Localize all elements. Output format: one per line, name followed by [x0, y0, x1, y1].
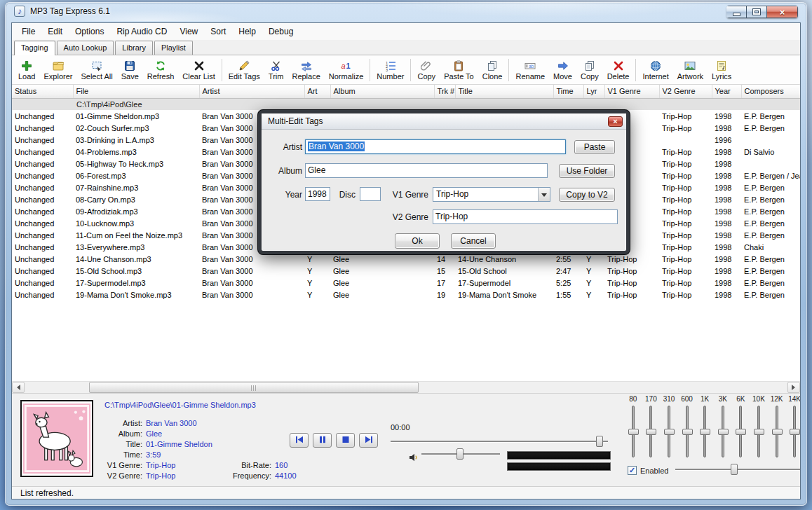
title-bar[interactable]: ♪ MP3 Tag Express 6.1 × [5, 2, 807, 20]
toolbar-button-save[interactable]: Save [117, 57, 143, 83]
toolbar-button-explorer[interactable]: Explorer [39, 57, 76, 83]
toolbar-button-delete[interactable]: Delete [603, 57, 634, 83]
eq-slider[interactable] [632, 406, 635, 457]
eq-slider[interactable] [757, 406, 760, 457]
previous-button[interactable] [290, 433, 309, 448]
eq-slider[interactable] [793, 406, 796, 457]
eq-slider-thumb[interactable] [628, 429, 639, 435]
column-header-trk[interactable]: Trk # [434, 85, 455, 98]
menu-item-edit[interactable]: Edit [41, 24, 69, 39]
menu-item-help[interactable]: Help [232, 24, 262, 39]
toolbar-button-paste-to[interactable]: Paste To [440, 57, 478, 83]
playback-position-thumb[interactable] [596, 436, 603, 447]
copy-to-v2-button[interactable]: Copy to V2 [559, 188, 615, 202]
column-header-composers[interactable]: Composers [741, 85, 800, 98]
table-row[interactable]: Unchanged19-Mama Don't Smoke.mp3Bran Van… [12, 289, 800, 301]
table-row[interactable]: Unchanged14-Une Chanson.mp3Bran Van 3000… [12, 253, 800, 265]
dialog-close-button[interactable]: × [608, 116, 623, 127]
group-row[interactable]: C:\Tmp\4iPod\Glee [12, 98, 800, 110]
close-button[interactable]: × [766, 6, 798, 18]
minimize-button[interactable] [726, 6, 747, 18]
toolbar-button-lyrics[interactable]: Lyrics [708, 57, 736, 83]
toolbar-button-artwork[interactable]: Artwork [673, 57, 708, 83]
volume-thumb[interactable] [456, 448, 463, 460]
column-header-lyr[interactable]: Lyr [583, 85, 604, 98]
eq-slider-thumb[interactable] [790, 429, 800, 435]
menu-item-view[interactable]: View [173, 24, 204, 39]
eq-slider[interactable] [686, 406, 689, 457]
toolbar-button-clone[interactable]: Clone [478, 57, 507, 83]
eq-slider[interactable] [668, 406, 670, 457]
eq-slider-thumb[interactable] [754, 429, 764, 435]
eq-slider-thumb[interactable] [646, 429, 656, 435]
toolbar-button-number[interactable]: 123Number [372, 57, 408, 83]
tab-tagging[interactable]: Tagging [14, 41, 55, 55]
ok-button[interactable]: Ok [395, 233, 440, 249]
column-header-v1-genre[interactable]: V1 Genre [604, 85, 659, 98]
scroll-right-button[interactable] [787, 382, 800, 393]
toolbar-button-rename[interactable]: abRename [511, 57, 549, 83]
toolbar-button-trim[interactable]: Trim [264, 57, 288, 83]
column-header-artist[interactable]: Artist [199, 85, 304, 98]
artist-input[interactable]: Bran Van 3000 [305, 139, 566, 154]
tab-playlist[interactable]: Playlist [154, 41, 193, 55]
column-header-file[interactable]: File [73, 85, 199, 98]
album-input[interactable]: Glee [305, 163, 548, 178]
toolbar-button-load[interactable]: Load [14, 57, 39, 83]
toolbar-button-refresh[interactable]: Refresh [143, 57, 179, 83]
menu-item-sort[interactable]: Sort [204, 24, 232, 39]
eq-preamp-thumb[interactable] [731, 464, 738, 475]
eq-enabled-checkbox[interactable]: ✓ [628, 466, 637, 475]
eq-slider[interactable] [722, 406, 724, 457]
toolbar-button-copy[interactable]: Copy [576, 57, 603, 83]
eq-slider-thumb[interactable] [772, 429, 783, 435]
toolbar-button-select-all[interactable]: Select All [76, 57, 116, 83]
eq-slider-thumb[interactable] [700, 429, 710, 435]
dialog-title-bar[interactable]: Multi-Edit Tags × [262, 113, 626, 130]
chevron-down-icon[interactable] [538, 188, 550, 201]
year-input[interactable]: 1998 [305, 187, 330, 201]
eq-slider-thumb[interactable] [682, 429, 693, 435]
column-header-status[interactable]: Status [12, 85, 73, 98]
next-button[interactable] [359, 433, 378, 448]
toolbar-button-normalize[interactable]: a1Normalize [325, 57, 368, 83]
toolbar-button-move[interactable]: Move [549, 57, 576, 83]
eq-slider-thumb[interactable] [718, 429, 729, 435]
toolbar-button-clear-list[interactable]: Clear List [178, 57, 219, 83]
column-header-art[interactable]: Art [304, 85, 330, 98]
menu-item-options[interactable]: Options [69, 24, 110, 39]
column-header-time[interactable]: Time [553, 85, 583, 98]
cancel-button[interactable]: Cancel [451, 233, 496, 249]
scroll-left-button[interactable] [12, 382, 25, 393]
maximize-button[interactable] [746, 6, 767, 18]
menu-item-rip-audio-cd[interactable]: Rip Audio CD [110, 24, 173, 39]
column-header-v2-genre[interactable]: V2 Genre [659, 85, 712, 98]
column-header-year[interactable]: Year [712, 85, 741, 98]
eq-slider[interactable] [739, 406, 742, 457]
table-row[interactable]: Unchanged17-Supermodel.mp3Bran Van 3000Y… [12, 277, 800, 289]
menu-item-debug[interactable]: Debug [262, 24, 299, 39]
column-header-title[interactable]: Title [455, 85, 553, 98]
tab-library[interactable]: Library [115, 41, 153, 55]
eq-slider-thumb[interactable] [736, 429, 746, 435]
eq-slider[interactable] [776, 406, 778, 457]
stop-button[interactable] [336, 433, 355, 448]
toolbar-button-replace[interactable]: Replace [287, 57, 324, 83]
eq-slider[interactable] [649, 406, 652, 457]
table-row[interactable]: Unchanged15-Old School.mp3Bran Van 3000Y… [12, 265, 800, 277]
column-header-album[interactable]: Album [330, 85, 434, 98]
eq-preamp-slider[interactable] [675, 464, 801, 475]
playback-position-slider[interactable] [391, 436, 608, 447]
paste-button[interactable]: Paste [574, 140, 615, 154]
toolbar-button-copy[interactable]: Copy [413, 57, 440, 83]
pause-button[interactable] [313, 433, 332, 448]
disc-input[interactable] [360, 187, 381, 201]
menu-item-file[interactable]: File [15, 24, 41, 39]
eq-slider-thumb[interactable] [664, 429, 675, 435]
toolbar-button-internet[interactable]: Internet [638, 57, 672, 83]
toolbar-button-edit-tags[interactable]: Edit Tags [224, 57, 264, 83]
scrollbar-track[interactable] [25, 382, 787, 393]
v2-genre-input[interactable]: Trip-Hop [433, 209, 618, 224]
tab-auto-lookup[interactable]: Auto Lookup [57, 41, 114, 55]
use-folder-button[interactable]: Use Folder [559, 164, 615, 178]
